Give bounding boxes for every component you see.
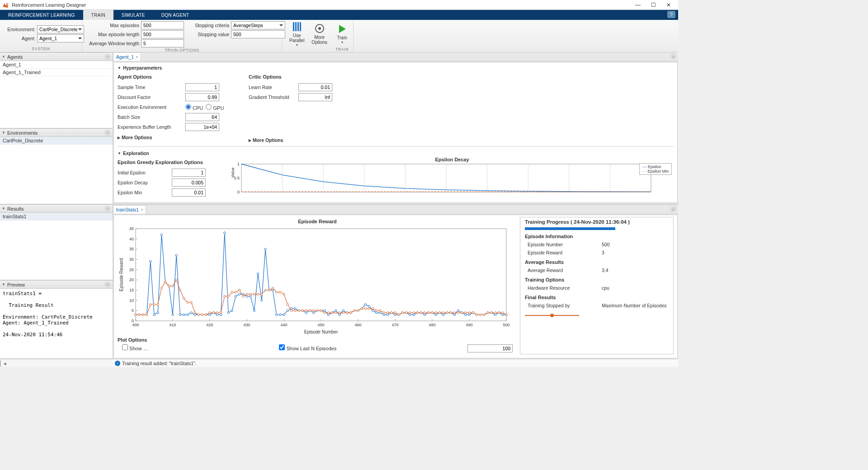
svg-point-153 <box>465 314 467 315</box>
svg-point-211 <box>305 310 307 311</box>
svg-point-244 <box>428 312 429 314</box>
cpu-radio[interactable]: CPU <box>185 104 203 111</box>
svg-point-110 <box>305 312 307 314</box>
max-episode-length-input[interactable] <box>141 30 184 38</box>
close-icon[interactable]: ○ <box>104 130 111 136</box>
svg-point-222 <box>346 312 348 314</box>
max-episodes-input[interactable] <box>141 21 184 29</box>
svg-point-250 <box>450 312 452 314</box>
sample-time-input[interactable] <box>185 83 219 91</box>
env-list-item[interactable]: CartPole_Discrete <box>0 137 113 145</box>
trainstats-tab[interactable]: trainStats1× <box>113 205 146 214</box>
results-list-item[interactable]: trainStats1 <box>0 213 113 221</box>
group-train-label: TRAIN <box>335 47 349 52</box>
environments-panel-header[interactable]: ▼Environments○ <box>0 129 113 137</box>
epsilon-min-input[interactable] <box>172 188 206 197</box>
svg-point-241 <box>416 312 418 314</box>
agent-doc-body: ▼Hyperparameters Agent Options Sample Ti… <box>113 62 678 203</box>
help-button[interactable]: ? <box>667 11 675 18</box>
svg-point-219 <box>335 312 337 314</box>
gpu-radio[interactable]: GPU <box>206 104 224 111</box>
exp-buffer-input[interactable] <box>185 123 219 131</box>
tab-train[interactable]: TRAIN <box>83 10 114 20</box>
avg-window-input[interactable] <box>141 39 184 47</box>
agent-options-head: Agent Options <box>118 74 231 80</box>
maximize-button[interactable]: ☐ <box>646 0 661 10</box>
close-icon[interactable]: ○ <box>104 282 111 288</box>
use-parallel-button[interactable]: Use Parallel <box>286 21 308 47</box>
close-tab-icon[interactable]: × <box>141 207 143 212</box>
svg-point-161 <box>494 314 496 315</box>
pane-close-icon[interactable]: ○ <box>670 206 676 212</box>
epsilon-decay-input[interactable] <box>172 179 206 187</box>
svg-point-76 <box>179 314 181 315</box>
svg-point-249 <box>446 312 448 314</box>
svg-point-201 <box>268 289 270 291</box>
svg-point-167 <box>142 314 144 315</box>
show-last-n-checkbox[interactable]: Show Last N Episodes <box>279 344 336 352</box>
stopping-value-input[interactable] <box>231 30 285 38</box>
svg-point-163 <box>502 314 504 315</box>
svg-point-182 <box>198 314 199 315</box>
svg-text:490: 490 <box>466 323 472 327</box>
pane-close-icon[interactable]: ○ <box>670 53 676 60</box>
batch-size-input[interactable] <box>185 113 219 121</box>
svg-point-234 <box>391 312 392 314</box>
svg-point-251 <box>453 312 455 314</box>
svg-text:Episode Reward: Episode Reward <box>119 258 124 291</box>
close-icon[interactable]: ○ <box>104 206 111 212</box>
environment-select[interactable] <box>37 25 84 33</box>
agent-list-item[interactable]: Agent_1 <box>0 61 113 69</box>
svg-point-253 <box>461 312 462 314</box>
learn-rate-input[interactable] <box>298 83 332 91</box>
close-button[interactable]: ✕ <box>661 0 676 10</box>
svg-point-212 <box>309 310 311 311</box>
svg-point-168 <box>146 314 147 315</box>
svg-point-194 <box>242 295 244 297</box>
stopping-criteria-select[interactable] <box>231 21 285 29</box>
discount-factor-input[interactable] <box>185 93 219 101</box>
critic-more-options[interactable]: More Options <box>249 137 362 143</box>
agents-panel-header[interactable]: ▼Agents○ <box>0 53 113 61</box>
svg-point-71 <box>160 234 162 235</box>
slider[interactable] <box>525 313 579 318</box>
agent-select[interactable] <box>37 34 84 42</box>
close-tab-icon[interactable]: × <box>136 55 138 59</box>
svg-point-142 <box>424 314 425 315</box>
train-button[interactable]: Train <box>333 21 351 47</box>
tab-simulate[interactable]: SIMULATE <box>113 10 153 20</box>
max-episodes-label: Max episodes <box>86 23 139 28</box>
svg-point-238 <box>405 312 407 314</box>
svg-point-166 <box>138 314 140 315</box>
svg-text:0: 0 <box>237 190 240 194</box>
svg-point-86 <box>216 314 218 315</box>
exploration-head[interactable]: Exploration <box>123 150 149 156</box>
agent-list-item[interactable]: Agent_1_Trained <box>0 69 113 76</box>
svg-point-242 <box>420 312 422 314</box>
svg-point-240 <box>413 312 415 314</box>
svg-text:25: 25 <box>129 268 134 272</box>
more-options-button[interactable]: More Options <box>308 21 330 47</box>
results-panel-header[interactable]: ▼Results○ <box>0 205 113 213</box>
agent-more-options[interactable]: More Options <box>118 135 231 140</box>
svg-point-105 <box>287 310 288 311</box>
tab-reinforcement-learning[interactable]: REINFORCEMENT LEARNING <box>0 10 83 20</box>
svg-point-139 <box>413 314 415 315</box>
preview-panel-header[interactable]: ▼Preview○ <box>0 281 113 289</box>
last-n-input[interactable] <box>467 344 513 352</box>
svg-text:15: 15 <box>129 288 134 292</box>
svg-point-179 <box>187 301 189 303</box>
tab-dqn-agent[interactable]: DQN AGENT <box>153 10 198 20</box>
svg-point-184 <box>205 314 207 315</box>
gradient-threshold-input[interactable] <box>298 93 332 101</box>
minimize-button[interactable]: — <box>630 0 646 10</box>
agent-doc-tab[interactable]: Agent_1× <box>113 52 141 61</box>
svg-point-172 <box>160 287 162 289</box>
initial-epsilon-input[interactable] <box>172 169 206 177</box>
close-icon[interactable]: ○ <box>104 54 111 60</box>
show-episode-q0-checkbox[interactable]: Show … <box>122 344 148 352</box>
progress-bar <box>525 227 615 230</box>
hyperparameters-head[interactable]: Hyperparameters <box>123 65 162 70</box>
svg-rect-19 <box>136 229 506 321</box>
scroll-left-icon[interactable]: ▏◂ <box>0 361 6 366</box>
